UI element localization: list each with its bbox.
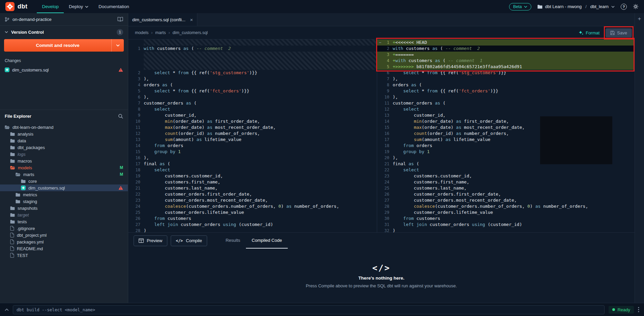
close-icon[interactable]: × [190,17,193,23]
code-line[interactable]: 27 customer_orders.most_recent_order_dat… [377,197,635,203]
tree-item-snapshots[interactable]: snapshots [0,205,128,211]
tree-item-analysis[interactable]: analysis [0,131,128,137]
tree-item-packages.yml[interactable]: packages.yml [0,238,128,245]
breadcrumb-item[interactable]: models [135,30,148,35]
tree-item-dbt_packages[interactable]: dbt_packages [0,144,128,151]
search-icon[interactable] [118,114,123,119]
tree-item-staging[interactable]: staging [0,198,128,205]
nav-link-documentation[interactable]: Documentation [93,0,134,13]
kebab-menu-icon[interactable] [638,307,639,312]
code-line[interactable]: 7), [377,76,635,82]
code-line[interactable]: 3), [128,76,377,82]
code-line[interactable]: 9 customer_id, [128,112,377,118]
changed-file-dim_customers.sql[interactable]: dim_customers.sql [0,65,128,75]
docs-book-icon[interactable] [117,17,123,22]
help-icon[interactable]: ? [621,4,627,10]
code-line[interactable]: 26 customer_orders.first_order_date, [377,191,635,197]
code-line[interactable]: 25 customers.last_name, [377,185,635,191]
tree-item-dim_customers.sql[interactable]: dim_customers.sql [0,184,128,191]
code-line[interactable]: 29 customer_orders.lifetime_value [377,209,635,216]
plus-icon[interactable]: + [638,16,641,22]
code-line[interactable]: 2with customers as ( -- comment 2 [377,46,635,52]
tree-item-metrics[interactable]: metrics [0,191,128,198]
code-line[interactable]: 23 customer_orders.most_recent_order_dat… [128,197,377,203]
code-line[interactable]: 1−+<<<<<<< HEAD [377,39,635,46]
code-line[interactable]: 12 count(order_id) as number_of_orders, [128,131,377,137]
code-line[interactable]: 15 group by 1 [128,149,377,155]
breadcrumb-item[interactable]: dim_customers.sql [173,30,208,35]
chevron-down-icon[interactable] [112,44,124,47]
tree-item-TEST[interactable]: TEST [0,252,128,259]
code-line[interactable]: 1with customers as ( -- comment 2 [128,46,377,52]
code-line[interactable]: 8orders as ( [377,82,635,88]
code-line[interactable]: 9 select * from {{ ref('fct_orders')}} [377,88,635,94]
code-line[interactable]: 5 select * from {{ ref('fct_orders')}} [128,88,377,94]
code-line[interactable]: 17final as ( [128,161,377,167]
tree-item-data[interactable]: data [0,137,128,144]
preview-button[interactable]: Preview [134,235,167,246]
code-line[interactable]: 3+======= [377,52,635,58]
chevron-up-icon[interactable] [5,309,9,311]
code-line[interactable]: 32) [377,228,635,232]
code-line[interactable]: 11customer_orders as ( [377,100,635,106]
commit-and-resolve-button[interactable]: Commit and resolve [4,39,124,52]
tree-item-.gitignore[interactable]: .gitignore [0,225,128,232]
code-line[interactable]: 10 min(order_date) as first_order_date, [128,118,377,124]
code-line[interactable]: 28 coalesce(customer_orders.number_of_or… [377,203,635,209]
tab-compiled-code[interactable]: Compiled Code [246,233,288,249]
nav-link-develop[interactable]: Develop [37,0,64,13]
code-line[interactable]: 31 left join customer_orders using (cust… [377,222,635,228]
code-line[interactable]: 4orders as ( [128,82,377,88]
gear-icon[interactable] [633,4,639,9]
editor-pane-left[interactable]: 1with customers as ( -- comment 22 selec… [128,39,377,232]
tab-results[interactable]: Results [220,233,246,249]
save-button[interactable]: Save [606,28,632,37]
code-line[interactable]: 7customer_orders as ( [128,100,377,106]
code-line[interactable]: 6 select * from {{ ref('stg_customers')}… [377,70,635,76]
code-line[interactable]: 2 select * from {{ ref('stg_customers')}… [128,70,377,76]
code-line[interactable]: 8 select [128,106,377,112]
beta-badge[interactable]: Beta [509,3,531,10]
code-line[interactable]: 30 from customers [377,216,635,222]
fold-icon[interactable]: − [379,39,381,46]
code-line[interactable]: 6), [128,94,377,100]
code-line[interactable]: 4+with customers as ( -- comment 1 [377,58,635,64]
account-project-switcher[interactable]: dbt Learn - mwong / dbt_learn [537,4,615,9]
code-line[interactable]: 25 customer_orders.lifetime_value [128,209,377,216]
tree-item-models[interactable]: modelsM [0,164,128,171]
code-line[interactable]: 23 customers.customer_id, [377,173,635,179]
tree-item-README.md[interactable]: README.md [0,245,128,252]
tree-item-target[interactable]: target [0,211,128,218]
code-line[interactable]: 26 from customers [128,216,377,222]
code-line[interactable]: 21 customers.last_name, [128,185,377,191]
code-line[interactable]: 16), [128,155,377,161]
version-control-header[interactable]: Version Control 1 [0,26,128,38]
code-line[interactable]: 14 from orders [128,143,377,149]
code-line[interactable]: 12 select [377,106,635,112]
editor-tab[interactable]: dim_customers.sql (confli... × [128,13,197,26]
tree-item-logs[interactable]: logs [0,151,128,157]
nav-link-deploy[interactable]: Deploy [64,0,93,13]
code-line[interactable]: 28) [128,228,377,232]
tree-item-dbt_project.yml[interactable]: dbt_project.yml [0,232,128,238]
code-line[interactable]: 13 sum(amount) as lifetime_value [128,137,377,143]
dbt-logo[interactable]: dbt [5,2,27,11]
code-line[interactable]: 19 customers.customer_id, [128,173,377,179]
code-line[interactable]: 11 max(order_date) as most_recent_order_… [128,124,377,131]
command-input[interactable]: dbt build --select <model_name> [13,305,605,314]
code-line[interactable]: 20 customers.first_name, [128,179,377,185]
code-line[interactable]: 24 customers.first_name, [377,179,635,185]
code-line[interactable]: 24 coalesce(customer_orders.number_of_or… [128,203,377,209]
code-line[interactable]: 10), [377,94,635,100]
tree-item-core[interactable]: core [0,178,128,184]
breadcrumb-item[interactable]: marts [155,30,166,35]
code-line[interactable]: 22 select [377,167,635,173]
compile-button[interactable]: </> Compile [171,235,207,246]
code-line[interactable]: 5+>>>>>>> b81f802a66fd544504c65721e3ffaa… [377,64,635,70]
format-button[interactable]: Format [579,30,599,35]
code-line[interactable]: 22 customer_orders.first_order_date, [128,191,377,197]
tree-item-marts[interactable]: martsM [0,171,128,178]
code-line[interactable]: 27 left join customer_orders using (cust… [128,222,377,228]
tree-item-dbt-learn-on-demand[interactable]: dbt-learn-on-demand [0,124,128,131]
branch-selector[interactable]: on-demand-practice [0,13,128,26]
